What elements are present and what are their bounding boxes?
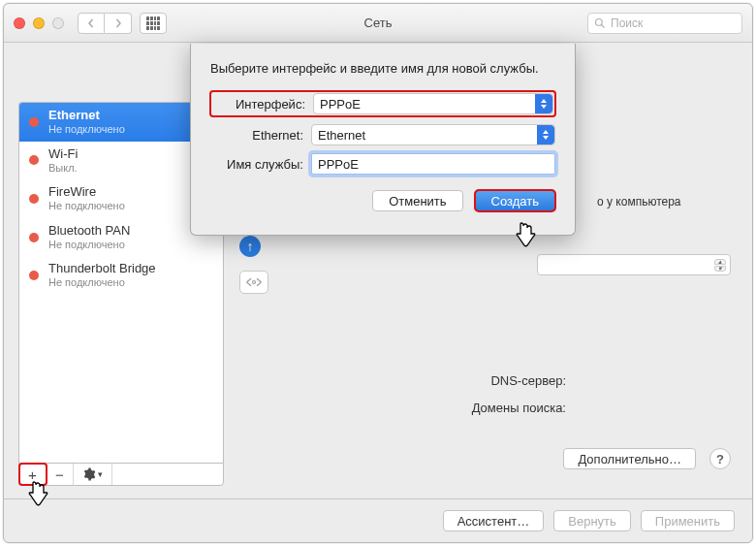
advanced-button[interactable]: Дополнительно… [563,448,696,469]
create-label: Создать [491,194,539,209]
svg-line-1 [602,24,605,27]
gear-icon [82,467,96,481]
titlebar: Сеть Поиск [4,4,752,43]
search-placeholder: Поиск [611,16,643,30]
minus-icon: − [55,466,64,483]
sidebar-item-status: Выкл. [48,162,78,175]
hint-text-fragment: о у компьютера [597,195,681,209]
sidebar-item-label: Wi-Fi [48,147,78,162]
apply-label: Применить [655,514,720,529]
search-icon [594,17,606,29]
grid-icon [146,16,160,30]
back-button[interactable] [78,13,105,34]
interface-label: Интерфейс: [212,97,305,112]
chevron-down-icon: ▾ [98,469,103,479]
ethernet-select[interactable]: Ethernet [311,124,555,145]
sidebar-item-label: Thunderbolt Bridge [48,262,156,276]
add-service-button[interactable]: + [19,464,47,485]
remove-service-button[interactable]: − [47,464,74,485]
assistant-label: Ассистент… [457,514,530,529]
sidebar-item-status: Не подключено [48,200,125,212]
revert-label: Вернуть [568,514,616,529]
sheet-prompt: Выберите интерфейс и введите имя для нов… [210,61,555,76]
cancel-button[interactable]: Отменить [372,190,462,211]
sidebar-item-status: Не подключено [48,276,156,289]
dns-label: DNS-сервер: [295,373,566,388]
advanced-label: Дополнительно… [578,452,681,466]
new-service-sheet: Выберите интерфейс и введите имя для нов… [190,44,576,236]
minimize-window[interactable] [33,17,45,29]
assistant-button[interactable]: Ассистент… [443,510,545,531]
revert-button[interactable]: Вернуть [553,510,631,531]
service-options-button[interactable]: ▾ [74,464,112,485]
background-select[interactable]: ▴▾ [537,254,731,275]
cancel-label: Отменить [389,194,446,209]
status-dot-icon [29,117,39,127]
search-input[interactable]: Поиск [587,13,742,34]
sidebar-item-thunderbolt-bridge[interactable]: Thunderbolt Bridge Не подключено [19,256,223,295]
service-name-value: PPPoE [318,157,359,172]
thunderbolt-icon [239,271,268,294]
svg-point-0 [596,18,603,25]
status-dot-icon [29,233,39,242]
status-dot-icon [29,194,39,204]
ethernet-label: Ethernet: [210,128,303,143]
zoom-window[interactable] [52,17,64,29]
help-button[interactable]: ? [709,448,731,469]
forward-button[interactable] [105,13,132,34]
service-name-input[interactable]: PPPoE [311,153,555,175]
status-dot-icon [29,155,39,165]
select-arrows-icon [537,125,554,145]
sidebar-item-status: Не подключено [48,123,125,136]
apply-button[interactable]: Применить [641,510,735,531]
status-dot-icon [29,271,39,280]
interface-select[interactable]: PPPoE [313,93,553,114]
search-domains-label: Домены поиска: [295,401,566,415]
service-name-label: Имя службы: [210,157,303,172]
stepper-icon: ▴▾ [714,259,726,272]
sidebar-item-label: Ethernet [48,109,125,123]
create-button[interactable]: Создать [475,190,555,211]
sidebar-item-status: Не подключено [48,239,130,251]
sidebar-footer: + − ▾ [18,463,224,486]
plus-icon: + [28,466,37,483]
window-footer: Ассистент… Вернуть Применить [4,498,752,542]
svg-point-2 [253,281,256,284]
info-icon: ↑ [239,236,261,257]
close-window[interactable] [14,17,25,29]
show-all-button[interactable] [140,13,167,34]
select-arrows-icon [535,94,552,113]
interface-value: PPPoE [320,97,361,112]
sidebar-item-label: Bluetooth PAN [48,224,130,239]
sidebar-item-label: FireWire [48,185,125,200]
ethernet-value: Ethernet [318,128,365,143]
